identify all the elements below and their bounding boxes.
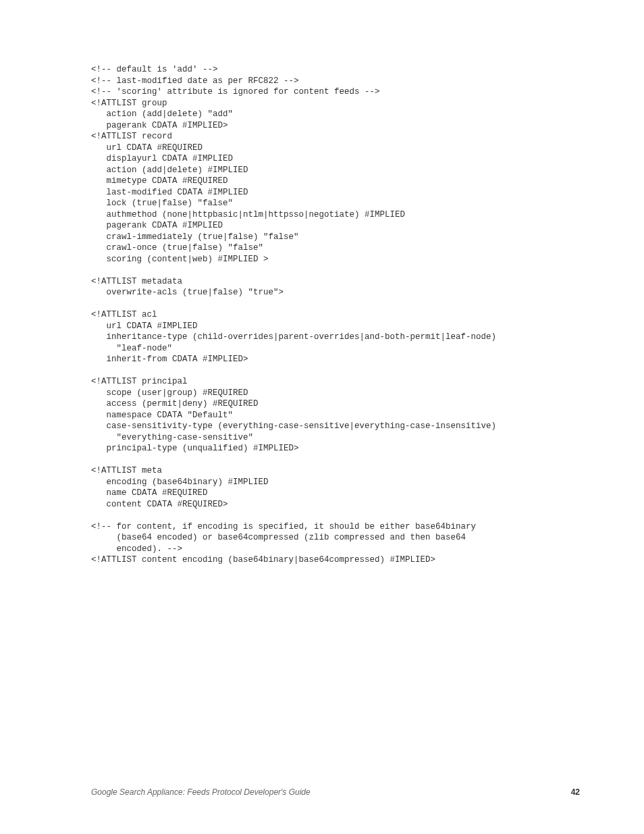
footer-doc-title: Google Search Appliance: Feeds Protocol …	[91, 787, 311, 797]
code-content: <!-- default is 'add' --> <!-- last-modi…	[0, 0, 554, 566]
page-footer: Google Search Appliance: Feeds Protocol …	[91, 787, 580, 797]
dtd-code-block: <!-- default is 'add' --> <!-- last-modi…	[91, 64, 554, 566]
footer-page-number: 42	[571, 787, 580, 797]
